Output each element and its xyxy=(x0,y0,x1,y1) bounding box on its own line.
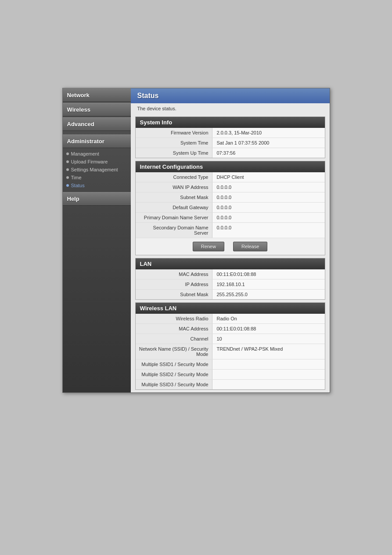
sidebar-time-link[interactable]: Time xyxy=(63,174,131,181)
page-title: Status xyxy=(131,88,330,103)
internet-config-body: Connected Type DHCP Client WAN IP Addres… xyxy=(136,172,325,255)
wireless-lan-section: Wireless LAN Wireless Radio Radio On MAC… xyxy=(135,302,325,390)
bullet-icon xyxy=(66,184,69,187)
sidebar-help-btn[interactable]: Help xyxy=(63,192,131,206)
lan-body: MAC Address 00:11:E0:01:08:88 IP Address… xyxy=(136,269,325,299)
value-wireless-mac: 00:11:E0:01:08:88 xyxy=(212,324,325,334)
system-info-body: Firmware Version 2.0.0.3, 15-Mar-2010 Sy… xyxy=(136,128,325,158)
table-row: WAN IP Address 0.0.0.0 xyxy=(136,182,325,192)
value-system-uptime: 07:37:56 xyxy=(212,148,325,158)
bullet-icon xyxy=(66,176,69,179)
administrator-section: Administrator Management Upload Firmware… xyxy=(63,132,131,192)
value-lan-mac: 00:11:E0:01:08:88 xyxy=(212,269,325,279)
label-subnet-mask-wan: Subnet Mask xyxy=(136,192,212,202)
table-row: Secondary Domain Name Server 0.0.0.0 xyxy=(136,223,325,238)
bullet-icon xyxy=(66,152,69,155)
label-primary-dns: Primary Domain Name Server xyxy=(136,213,212,222)
table-row: IP Address 192.168.10.1 xyxy=(136,279,325,290)
value-system-time: Sat Jan 1 07:37:55 2000 xyxy=(212,138,325,148)
value-ssid2-security xyxy=(212,370,325,379)
renew-button[interactable]: Renew xyxy=(193,242,224,251)
table-row: Subnet Mask 0.0.0.0 xyxy=(136,192,325,203)
label-ssid3-security: Multiple SSID3 / Security Mode xyxy=(136,380,212,389)
sidebar: Network Wireless Advanced Administrator … xyxy=(63,88,131,392)
label-connected-type: Connected Type xyxy=(136,172,212,182)
administrator-label: Administrator xyxy=(63,134,131,148)
table-row: Multiple SSID2 / Security Mode xyxy=(136,370,325,380)
value-wan-ip: 0.0.0.0 xyxy=(212,182,325,192)
bullet-icon xyxy=(66,168,69,171)
value-ssid-security: TRENDnet / WPA2-PSK Mixed xyxy=(212,344,325,359)
table-row: Channel 10 xyxy=(136,334,325,344)
table-row: Primary Domain Name Server 0.0.0.0 xyxy=(136,213,325,223)
label-secondary-dns: Secondary Domain Name Server xyxy=(136,223,212,238)
value-default-gateway: 0.0.0.0 xyxy=(212,203,325,212)
value-channel: 10 xyxy=(212,334,325,344)
label-system-uptime: System Up Time xyxy=(136,148,212,158)
label-default-gateway: Default Gateway xyxy=(136,203,212,212)
table-row: Network Name (SSID) / Security Mode TREN… xyxy=(136,344,325,359)
label-ssid2-security: Multiple SSID2 / Security Mode xyxy=(136,370,212,379)
internet-config-section: Internet Configurations Connected Type D… xyxy=(135,161,325,255)
sidebar-upload-firmware-link[interactable]: Upload Firmware xyxy=(63,158,131,166)
table-row: Wireless Radio Radio On xyxy=(136,314,325,324)
label-wireless-radio: Wireless Radio xyxy=(136,314,212,323)
label-wan-ip: WAN IP Address xyxy=(136,182,212,192)
value-subnet-mask-wan: 0.0.0.0 xyxy=(212,192,325,202)
table-row: System Time Sat Jan 1 07:37:55 2000 xyxy=(136,138,325,148)
wireless-lan-header: Wireless LAN xyxy=(136,303,325,314)
value-ssid3-security xyxy=(212,380,325,389)
sidebar-advanced-btn[interactable]: Advanced xyxy=(63,117,131,131)
lan-header: LAN xyxy=(136,258,325,269)
bullet-icon xyxy=(66,160,69,163)
page-description: The device status. xyxy=(131,103,330,114)
table-row: Multiple SSID3 / Security Mode xyxy=(136,380,325,389)
value-secondary-dns: 0.0.0.0 xyxy=(212,223,325,238)
sidebar-settings-management-link[interactable]: Settings Management xyxy=(63,166,131,174)
table-row: Multiple SSID1 / Security Mode xyxy=(136,359,325,370)
value-lan-ip: 192.168.10.1 xyxy=(212,279,325,289)
table-row: Subnet Mask 255.255.255.0 xyxy=(136,290,325,299)
system-info-section: System Info Firmware Version 2.0.0.3, 15… xyxy=(135,116,325,158)
system-info-header: System Info xyxy=(136,117,325,128)
sidebar-wireless-btn[interactable]: Wireless xyxy=(63,103,131,116)
sidebar-status-link[interactable]: Status xyxy=(63,181,131,189)
label-lan-ip: IP Address xyxy=(136,279,212,289)
sidebar-network-btn[interactable]: Network xyxy=(63,88,131,102)
label-wireless-mac: MAC Address xyxy=(136,324,212,334)
table-row: Connected Type DHCP Client xyxy=(136,172,325,182)
value-lan-subnet: 255.255.255.0 xyxy=(212,290,325,299)
label-channel: Channel xyxy=(136,334,212,344)
value-wireless-radio: Radio On xyxy=(212,314,325,323)
value-ssid1-security xyxy=(212,359,325,369)
label-ssid-security: Network Name (SSID) / Security Mode xyxy=(136,344,212,359)
label-lan-mac: MAC Address xyxy=(136,269,212,279)
label-lan-subnet: Subnet Mask xyxy=(136,290,212,299)
table-row: Default Gateway 0.0.0.0 xyxy=(136,203,325,213)
table-row: Firmware Version 2.0.0.3, 15-Mar-2010 xyxy=(136,128,325,138)
wireless-lan-body: Wireless Radio Radio On MAC Address 00:1… xyxy=(136,314,325,389)
release-button[interactable]: Release xyxy=(233,242,267,251)
table-row: MAC Address 00:11:E0:01:08:88 xyxy=(136,324,325,334)
label-ssid1-security: Multiple SSID1 / Security Mode xyxy=(136,359,212,369)
lan-section: LAN MAC Address 00:11:E0:01:08:88 IP Add… xyxy=(135,258,325,300)
sidebar-management-link[interactable]: Management xyxy=(63,150,131,158)
label-system-time: System Time xyxy=(136,138,212,148)
value-connected-type: DHCP Client xyxy=(212,172,325,182)
main-content: Status The device status. System Info Fi… xyxy=(131,88,330,392)
internet-config-header: Internet Configurations xyxy=(136,161,325,172)
table-row: MAC Address 00:11:E0:01:08:88 xyxy=(136,269,325,279)
label-firmware-version: Firmware Version xyxy=(136,128,212,138)
table-row: System Up Time 07:37:56 xyxy=(136,148,325,158)
value-firmware-version: 2.0.0.3, 15-Mar-2010 xyxy=(212,128,325,138)
value-primary-dns: 0.0.0.0 xyxy=(212,213,325,222)
internet-config-btn-row: Renew Release xyxy=(136,238,325,255)
